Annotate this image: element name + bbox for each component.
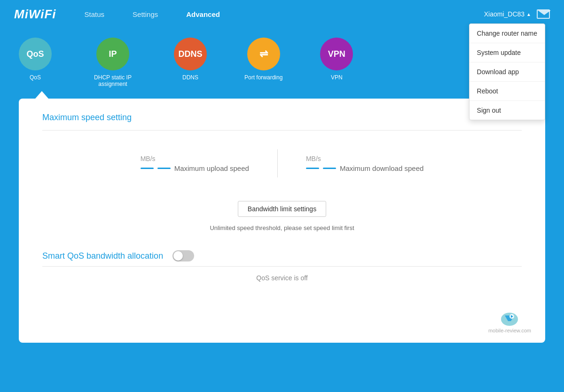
qos-status: QoS service is off <box>42 274 522 282</box>
qos-circle: QoS <box>19 38 52 70</box>
dropdown-reboot[interactable]: Reboot <box>470 82 545 101</box>
vpn-circle: VPN <box>320 38 353 70</box>
watermark-text: mobile-review.com <box>488 328 531 333</box>
router-name-label: Xiaomi_DC83 <box>484 10 525 18</box>
main-content: Maximum speed setting MB/s Maximum uploa… <box>19 99 545 343</box>
download-dash-2 <box>323 168 336 169</box>
smart-qos-title: Smart QoS bandwidth allocation <box>42 251 163 261</box>
icon-item-port-forwarding[interactable]: ⇌ Port forwarding <box>244 38 282 81</box>
ip-label: DHCP static IP assignment <box>89 74 136 87</box>
nav-status[interactable]: Status <box>85 10 105 18</box>
smart-qos-toggle[interactable] <box>172 250 194 261</box>
watermark-logo-icon <box>498 309 521 328</box>
smart-qos-divider <box>42 266 522 267</box>
smart-qos-section: Smart QoS bandwidth allocation QoS servi… <box>42 250 522 282</box>
dropdown-system-update[interactable]: System update <box>470 43 545 62</box>
qos-arrow-indicator <box>35 91 48 99</box>
bandwidth-limit-button[interactable]: Bandwidth limit settings <box>238 201 326 217</box>
upload-dash-row: Maximum upload speed <box>141 164 249 172</box>
vpn-label: VPN <box>331 74 343 81</box>
dropdown-menu: Change router name System update Downloa… <box>469 23 545 120</box>
icon-item-vpn[interactable]: VPN VPN <box>320 38 353 81</box>
dropdown-sign-out[interactable]: Sign out <box>470 101 545 120</box>
download-label: Maximum download speed <box>340 164 423 172</box>
section-divider <box>42 130 522 131</box>
icon-item-qos[interactable]: QoS QoS <box>19 38 52 81</box>
router-name-button[interactable]: Xiaomi_DC83 ▲ <box>484 10 531 18</box>
upload-dash-1 <box>141 168 154 169</box>
nav-advanced[interactable]: Advanced <box>186 10 220 18</box>
qos-label: QoS <box>30 74 41 81</box>
section-title: Maximum speed setting <box>42 113 522 123</box>
download-speed-item: MB/s Maximum download speed <box>278 155 452 172</box>
download-dash-row: Maximum download speed <box>306 164 423 172</box>
ddns-text: DDNS <box>178 49 202 59</box>
chevron-up-icon: ▲ <box>526 12 531 17</box>
dropdown-download-app[interactable]: Download app <box>470 62 545 82</box>
icon-item-ddns[interactable]: DDNS DDNS <box>174 38 207 81</box>
watermark: mobile-review.com <box>488 309 531 333</box>
upload-label: Maximum upload speed <box>174 164 249 172</box>
ip-circle: IP <box>96 38 129 70</box>
download-unit: MB/s <box>306 155 321 162</box>
pf-label: Port forwarding <box>244 74 282 81</box>
pf-text: ⇌ <box>259 48 268 60</box>
upload-dash-2 <box>157 168 171 169</box>
ddns-circle: DDNS <box>174 38 207 70</box>
toggle-knob <box>173 251 183 261</box>
nav-settings[interactable]: Settings <box>133 10 158 18</box>
qos-text: QoS <box>26 49 44 59</box>
download-dash-1 <box>306 168 319 169</box>
upload-speed-item: MB/s Maximum upload speed <box>112 155 277 172</box>
upload-unit: MB/s <box>141 155 156 162</box>
pf-circle: ⇌ <box>247 38 280 70</box>
dropdown-change-router-name[interactable]: Change router name <box>470 24 545 43</box>
icon-item-ip[interactable]: IP DHCP static IP assignment <box>89 38 136 87</box>
logo: MiWiFi <box>14 7 56 22</box>
ip-text: IP <box>109 49 117 59</box>
bandwidth-section: Bandwidth limit settings Unlimited speed… <box>42 201 522 231</box>
header-right: Xiaomi_DC83 ▲ <box>484 9 550 19</box>
speed-container: MB/s Maximum upload speed MB/s Maximum d… <box>42 149 522 177</box>
mail-icon[interactable] <box>537 9 550 19</box>
vpn-text: VPN <box>328 49 345 59</box>
bandwidth-note: Unlimited speed threshold, please set sp… <box>210 224 354 231</box>
smart-qos-header: Smart QoS bandwidth allocation <box>42 250 522 261</box>
ddns-label: DDNS <box>182 74 198 81</box>
navigation: Status Settings Advanced <box>85 10 484 18</box>
